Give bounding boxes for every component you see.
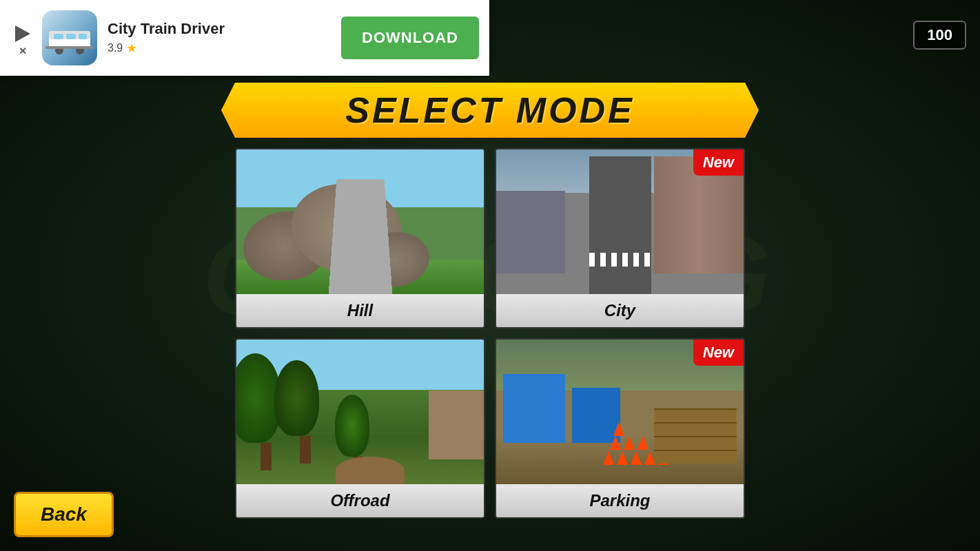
parking-new-badge: New: [693, 340, 744, 366]
parking-box-large: [503, 374, 565, 443]
train-icon-svg: [45, 17, 94, 59]
play-icon: [15, 25, 30, 42]
city-crosswalk: [589, 253, 651, 267]
mode-card-hill[interactable]: Hill: [235, 148, 485, 329]
close-icon: ✕: [19, 46, 27, 56]
hill-scene: [236, 149, 484, 294]
mode-grid: Hill New City: [235, 148, 745, 519]
parking-cone-7: [624, 436, 635, 450]
offroad-label-text: Offroad: [330, 491, 389, 510]
parking-cone-9: [613, 422, 624, 436]
city-label: City: [496, 294, 744, 327]
svg-rect-7: [45, 46, 94, 49]
parking-label-text: Parking: [589, 491, 650, 510]
mode-header-title: SELECT MODE: [345, 90, 635, 131]
parking-cone-1: [603, 451, 614, 465]
mode-header: SELECT MODE: [221, 83, 759, 138]
mode-card-city[interactable]: New City: [495, 148, 745, 329]
svg-rect-4: [54, 34, 63, 39]
offroad-label: Offroad: [236, 484, 484, 517]
parking-cone-2: [617, 451, 628, 465]
city-new-badge: New: [693, 149, 744, 176]
city-label-text: City: [604, 301, 635, 320]
mode-card-offroad[interactable]: Offroad: [235, 338, 485, 519]
ad-app-icon: [42, 10, 97, 65]
ad-download-button[interactable]: DOWNLOAD: [341, 17, 479, 59]
offroad-dirt-path: [336, 457, 405, 484]
offroad-image: [236, 340, 484, 484]
ad-info: City Train Driver 3.9 ★: [108, 20, 341, 56]
ad-rating: 3.9 ★: [108, 41, 341, 56]
parking-crates: [654, 408, 737, 464]
ad-app-title: City Train Driver: [108, 20, 341, 38]
offroad-cliff: [429, 391, 484, 459]
offroad-scene: [236, 340, 484, 484]
parking-label: Parking: [496, 484, 744, 517]
parking-cone-3: [631, 451, 642, 465]
svg-rect-5: [66, 34, 76, 39]
ad-rating-value: 3.9: [108, 42, 123, 54]
back-button[interactable]: Back: [14, 492, 114, 537]
hill-image: [236, 149, 484, 294]
score-display: 100: [913, 21, 966, 50]
hill-label: Hill: [236, 294, 484, 327]
city-building-left: [496, 191, 565, 273]
parking-cone-8: [637, 436, 649, 450]
offroad-tree-2: [292, 360, 319, 464]
hill-road: [327, 179, 393, 294]
ad-play-button[interactable]: ✕: [10, 25, 35, 50]
parking-cone-6: [610, 436, 621, 450]
mode-card-parking[interactable]: New Parking: [495, 338, 745, 519]
hill-label-text: Hill: [347, 301, 373, 320]
svg-rect-6: [79, 34, 87, 39]
ad-banner: ✕ City Train Driver 3.9 ★ DOWNLOAD: [0, 0, 489, 76]
city-road: [589, 156, 651, 294]
ad-star-icon: ★: [126, 41, 137, 56]
